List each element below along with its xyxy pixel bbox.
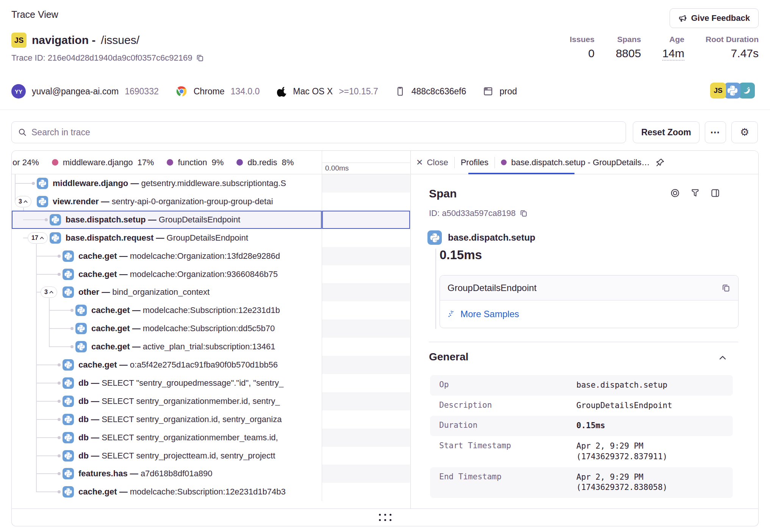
span-op: cache.get — [78, 251, 117, 261]
span-row-waterfall-cell[interactable] — [322, 301, 410, 319]
span-row-label-cell[interactable]: middleware.django — getsentry.middleware… — [12, 174, 322, 192]
tab-span-details[interactable]: base.dispatch.setup - GroupDetails… — [501, 158, 650, 167]
span-row-label-cell[interactable]: cache.get — modelcache:Subscription:12e2… — [12, 483, 322, 501]
copy-icon[interactable] — [721, 283, 731, 293]
span-description: SELECT sentry_organizationmember.id, sen… — [102, 396, 280, 406]
tab-span-details-label: base.dispatch.setup - GroupDetails… — [511, 158, 650, 167]
copy-icon[interactable] — [520, 209, 528, 217]
span-row-label-cell[interactable]: 17 base.dispatch.request — GroupDetailsE… — [12, 229, 322, 247]
span-row[interactable]: cache.get — o:a5f42e275d1ac91fba90f0b570… — [12, 356, 410, 374]
span-row-waterfall-cell[interactable] — [322, 410, 410, 429]
span-row-label-cell[interactable]: db — SELECT sentry_projectteam.id, sentr… — [12, 447, 322, 465]
span-row-waterfall-cell[interactable] — [322, 265, 410, 283]
legend-label: function — [178, 158, 207, 167]
span-row-waterfall-cell[interactable] — [322, 338, 410, 356]
span-row-label-cell[interactable]: features.has — a7d618b8df01a890 — [12, 465, 322, 483]
span-row-selected[interactable]: base.dispatch.setup — GroupDetailsEndpoi… — [12, 211, 410, 229]
span-row-label-cell[interactable]: db — SELECT sentry_organizationmember.id… — [12, 392, 322, 410]
span-row-waterfall-cell[interactable] — [322, 429, 410, 447]
span-row-waterfall-cell[interactable] — [322, 247, 410, 265]
span-action-icons — [670, 188, 720, 198]
span-row-label-cell[interactable]: 3 other — bind_organization_context — [12, 283, 322, 301]
tab-profiles[interactable]: Profiles — [461, 158, 488, 167]
span-row-label-cell[interactable]: cache.get — modelcache:Organization:9366… — [12, 265, 322, 283]
span-id-text: ID: a50d33a597ca8198 — [429, 208, 516, 218]
drawer-resize-handle[interactable] — [11, 509, 759, 526]
reset-zoom-button[interactable]: Reset Zoom — [633, 121, 700, 143]
span-row[interactable]: db — SELECT sentry_organizationmember_te… — [12, 429, 410, 447]
stat-label: Issues — [570, 35, 595, 44]
settings-button[interactable]: ⚙ — [731, 121, 758, 143]
span-row-waterfall-cell[interactable] — [322, 211, 410, 229]
span-op: cache.get — [91, 342, 130, 351]
span-row-label-cell[interactable]: base.dispatch.setup — GroupDetailsEndpoi… — [12, 211, 322, 229]
span-row[interactable]: 3 view.render — sentry-api-0-organizatio… — [12, 192, 410, 211]
span-row-label-cell[interactable]: cache.get — o:a5f42e275d1ac91fba90f0b570… — [12, 356, 322, 374]
span-row-waterfall-cell[interactable] — [322, 283, 410, 301]
span-row[interactable]: cache.get — modelcache:Subscription:12e2… — [12, 483, 410, 501]
span-row-waterfall-cell[interactable] — [322, 229, 410, 247]
span-row[interactable]: db — SELECT sentry_projectteam.id, sentr… — [12, 447, 410, 465]
side-panel-icon[interactable] — [710, 188, 720, 198]
span-row-label-cell[interactable]: db — SELECT sentry_organization.id, sent… — [12, 410, 322, 429]
stat-value: 0 — [588, 47, 595, 60]
span-row[interactable]: 3 other — bind_organization_context — [12, 283, 410, 301]
trace-title-path: /issues/ — [101, 34, 139, 47]
attribute-key: Op — [439, 380, 576, 391]
span-row[interactable]: cache.get — modelcache:Subscription:dd5c… — [12, 319, 410, 338]
copy-icon[interactable] — [196, 54, 204, 62]
span-detail-panel: ✕ Close Profiles base.dispatch.setup - G… — [410, 151, 758, 509]
span-row[interactable]: db — SELECT sentry_organization.id, sent… — [12, 410, 410, 429]
span-row-label-cell[interactable]: cache.get — active_plan_trial:subscripti… — [12, 338, 322, 356]
span-row-waterfall-cell[interactable] — [322, 192, 410, 211]
span-row-waterfall-cell[interactable] — [322, 356, 410, 374]
python-platform-icon — [63, 432, 74, 443]
span-row[interactable]: middleware.django — getsentry.middleware… — [12, 174, 410, 192]
stat-value: 14m — [662, 47, 684, 61]
span-row-label: cache.get — modelcache:Organization:13fd… — [78, 251, 280, 261]
stat-value: 7.47s — [731, 47, 759, 60]
collapse-children-badge[interactable]: 3 — [41, 286, 57, 298]
focus-span-icon[interactable] — [670, 188, 680, 198]
span-row-waterfall-cell[interactable] — [322, 483, 410, 501]
search-box[interactable] — [11, 121, 626, 143]
search-input[interactable] — [31, 127, 620, 138]
span-row[interactable]: cache.get — modelcache:Organization:13fd… — [12, 247, 410, 265]
span-row-label-cell[interactable]: db — SELECT sentry_organizationmember_te… — [12, 429, 322, 447]
pin-tab-icon[interactable] — [655, 158, 665, 167]
span-row-label-cell[interactable]: 3 view.render — sentry-api-0-organizatio… — [12, 192, 322, 211]
span-row[interactable]: db — SELECT "sentry_groupedmessage"."id"… — [12, 374, 410, 392]
close-drawer-button[interactable]: ✕ Close — [416, 158, 448, 167]
span-row-waterfall-cell[interactable] — [322, 374, 410, 392]
span-row-label-cell[interactable]: db — SELECT "sentry_groupedmessage"."id"… — [12, 374, 322, 392]
platform-badge-group: JS — [710, 83, 755, 99]
tree-connector-line — [36, 419, 59, 420]
legend-dot — [167, 159, 173, 166]
span-row-label-cell[interactable]: cache.get — modelcache:Organization:13fd… — [12, 247, 322, 265]
span-row[interactable]: 17 base.dispatch.request — GroupDetailsE… — [12, 229, 410, 247]
collapse-children-badge[interactable]: 3 — [15, 196, 31, 207]
collapse-section-icon[interactable] — [717, 352, 728, 363]
span-row-waterfall-cell[interactable] — [322, 392, 410, 410]
span-row[interactable]: cache.get — modelcache:Organization:9366… — [12, 265, 410, 283]
span-row-waterfall-cell[interactable] — [322, 174, 410, 192]
span-row[interactable]: db — SELECT sentry_organizationmember.id… — [12, 392, 410, 410]
span-row-waterfall-cell[interactable] — [322, 465, 410, 483]
more-options-button[interactable]: ⋯ — [705, 121, 726, 143]
child-count: 3 — [44, 289, 48, 296]
span-row[interactable]: features.has — a7d618b8df01a890 — [12, 465, 410, 483]
span-duration: 0.15ms — [440, 248, 482, 262]
span-row-waterfall-cell[interactable] — [322, 447, 410, 465]
span-row[interactable]: cache.get — modelcache:Subscription:12e2… — [12, 301, 410, 319]
more-samples-link[interactable]: More Samples — [448, 309, 519, 319]
funnel-icon[interactable] — [690, 188, 700, 198]
give-feedback-button[interactable]: Give Feedback — [670, 8, 759, 28]
span-row-waterfall-cell[interactable] — [322, 319, 410, 338]
collapse-children-badge[interactable]: 17 — [28, 232, 48, 244]
span-op: cache.get — [91, 324, 130, 333]
span-row[interactable]: cache.get — active_plan_trial:subscripti… — [12, 338, 410, 356]
span-row-label-cell[interactable]: cache.get — modelcache:Subscription:dd5c… — [12, 319, 322, 338]
span-row-label-cell[interactable]: cache.get — modelcache:Subscription:12e2… — [12, 301, 322, 319]
span-node: base.dispatch.setup — [427, 230, 535, 245]
os-name: Mac OS X — [293, 86, 333, 97]
